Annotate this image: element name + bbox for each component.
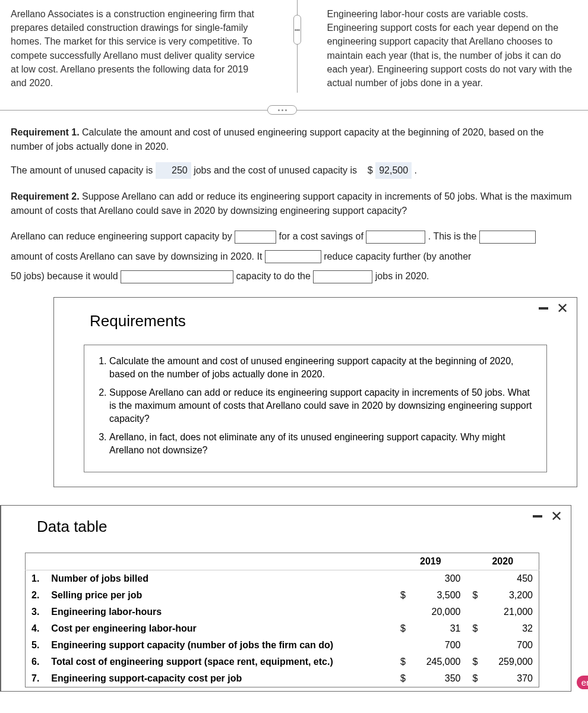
table-row: 7.Engineering support-capacity cost per …	[26, 670, 539, 687]
table-row: 2.Selling price per job$3,500$3,200	[26, 587, 539, 604]
req-item-2: Suppose Arellano can add or reduce its e…	[109, 386, 536, 426]
data-table: 2019 2020 1.Number of jobs billed300450 …	[25, 553, 539, 687]
req2-l5: reduce capacity further (by another	[324, 251, 471, 261]
do-the-blank-input[interactable]	[313, 270, 372, 283]
close-icon[interactable]: ✕	[557, 304, 568, 313]
req2-l6: 50 jobs) because it would	[11, 271, 118, 281]
it-blank-input[interactable]	[265, 250, 321, 263]
problem-intro: Arellano Associates is a construction en…	[0, 0, 588, 102]
vertical-drag-handle[interactable]	[293, 15, 301, 45]
th-2019: 2019	[394, 553, 466, 570]
req2-l8: jobs in 2020.	[375, 271, 429, 281]
data-table-title: Data table	[1, 506, 571, 553]
requirements-modal: ✕ Requirements Calculate the amount and …	[53, 297, 577, 487]
requirements-title: Requirements	[54, 298, 577, 345]
would-blank-input[interactable]	[121, 270, 233, 283]
table-row: 1.Number of jobs billed300450	[26, 570, 539, 587]
table-row: 5.Engineering support capacity (number o…	[26, 637, 539, 654]
requirements-list-box: Calculate the amount and cost of unused …	[84, 345, 547, 472]
unused-capacity-input[interactable]: 250	[156, 162, 191, 179]
intro-right: Engineering labor-hour costs are variabl…	[298, 7, 578, 90]
table-header-row: 2019 2020	[26, 553, 539, 570]
req-item-1: Calculate the amount and cost of unused …	[109, 355, 536, 381]
req1-s1d: .	[415, 165, 417, 175]
unused-cost-input[interactable]: 92,500	[375, 162, 412, 179]
req1-text: Calculate the amount and cost of unused …	[11, 127, 543, 152]
req2-l2: for a cost savings of	[279, 231, 363, 241]
help-badge[interactable]: er	[577, 676, 588, 689]
req1-answer-row: The amount of unused capacity is 250 job…	[11, 162, 577, 179]
req2-l1: Arellano can reduce engineering support …	[11, 231, 232, 241]
req2-l3: . This is the	[428, 231, 477, 241]
req2-l4: amount of costs Arellano can save by dow…	[11, 251, 262, 261]
vertical-divider	[297, 0, 298, 93]
reduce-by-input[interactable]	[235, 231, 276, 244]
close-icon[interactable]: ✕	[551, 512, 562, 521]
requirement-2: Requirement 2. Suppose Arellano can add …	[11, 190, 577, 218]
th-2020: 2020	[467, 553, 539, 570]
req1-s1b: jobs and the cost of unused capacity is	[194, 165, 357, 175]
req1-head: Requirement 1.	[11, 127, 80, 137]
table-row: 3.Engineering labor-hours20,00021,000	[26, 604, 539, 620]
req1-s1c: $	[368, 165, 373, 175]
horizontal-drag-handle[interactable]	[267, 105, 297, 115]
table-row: 4.Cost per engineering labor-hour$31$32	[26, 620, 539, 637]
this-is-the-input[interactable]	[479, 231, 536, 244]
req2-text: Suppose Arellano can add or reduce its e…	[11, 191, 571, 216]
intro-left: Arellano Associates is a construction en…	[11, 7, 297, 90]
cost-savings-input[interactable]	[366, 231, 425, 244]
th-blank	[26, 553, 395, 570]
minimize-icon[interactable]	[533, 515, 542, 518]
req2-head: Requirement 2.	[11, 191, 80, 201]
req-item-3: Arellano, in fact, does not eliminate an…	[109, 431, 536, 458]
minimize-icon[interactable]	[539, 307, 548, 310]
req2-l7: capacity to do the	[236, 271, 310, 281]
table-row: 6.Total cost of engineering support (spa…	[26, 654, 539, 670]
requirement-1: Requirement 1. Calculate the amount and …	[11, 125, 577, 154]
horizontal-divider-wrap	[0, 102, 588, 119]
req2-answer-rows: Arellano can reduce engineering support …	[11, 226, 577, 286]
req1-s1a: The amount of unused capacity is	[11, 165, 153, 175]
data-table-modal: ✕ Data table 2019 2020 1.Number of jobs …	[0, 505, 571, 692]
